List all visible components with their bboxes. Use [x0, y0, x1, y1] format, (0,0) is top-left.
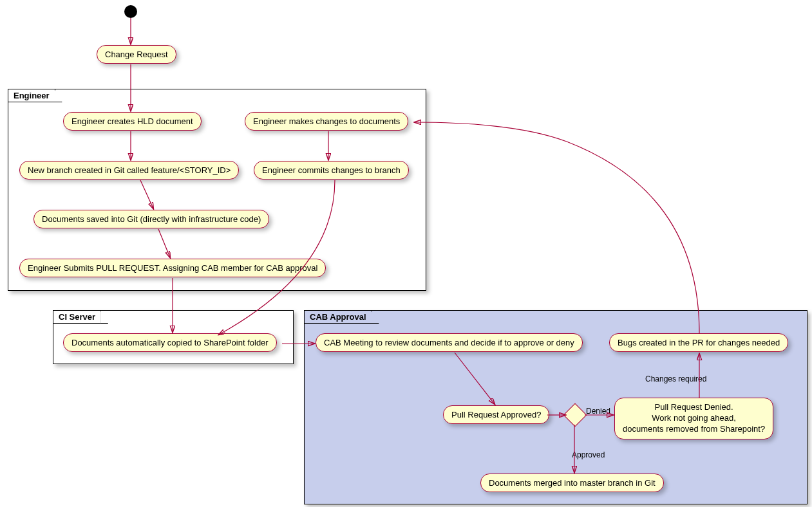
node-bugs-created: Bugs created in the PR for changes neede… — [609, 333, 788, 352]
swimlane-cab-approval-title: CAB Approval — [305, 311, 372, 324]
node-change-request: Change Request — [97, 45, 176, 64]
node-makes-changes: Engineer makes changes to documents — [245, 112, 408, 131]
start-node — [124, 5, 137, 18]
node-commits-changes: Engineer commits changes to branch — [254, 161, 409, 180]
node-docs-saved: Documents saved into Git (directly with … — [33, 210, 269, 228]
node-pr-approved-q: Pull Request Approved? — [443, 405, 549, 424]
node-create-hld: Engineer creates HLD document — [63, 112, 202, 131]
swimlane-ci-server-title: CI Server — [53, 311, 101, 324]
node-docs-merged: Documents merged into master branch in G… — [480, 474, 664, 492]
swimlane-engineer-title: Engineer — [8, 89, 55, 102]
label-denied: Denied — [586, 407, 610, 416]
node-new-branch: New branch created in Git called feature… — [19, 161, 239, 180]
node-copied-sharepoint: Documents automatically copied to ShareP… — [63, 333, 277, 352]
label-approved: Approved — [572, 450, 605, 459]
node-pr-denied: Pull Request Denied. Work not going ahea… — [614, 398, 773, 439]
label-changes-required: Changes required — [645, 374, 706, 383]
node-submit-pr: Engineer Submits PULL REQUEST. Assigning… — [19, 259, 326, 277]
node-cab-meeting: CAB Meeting to review documents and deci… — [316, 333, 583, 352]
